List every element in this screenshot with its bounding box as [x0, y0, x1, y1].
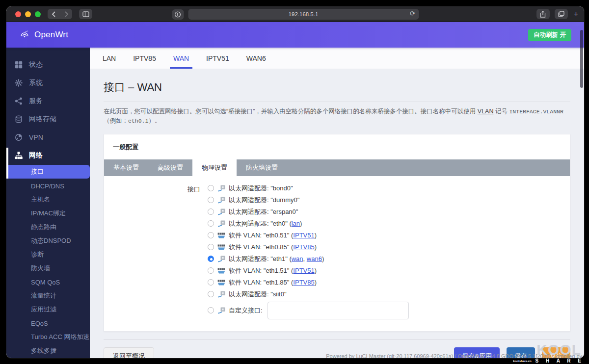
vlan-icon — [217, 232, 225, 239]
sidebar-item-状态[interactable]: 状态 — [6, 55, 90, 74]
description-text: 记号 — [493, 108, 509, 115]
interface-field-label: 接口 — [104, 184, 200, 319]
sidebar-icon — [82, 11, 89, 17]
sidebar-subitem-label: SQM QoS — [31, 279, 60, 286]
ethernet-icon — [217, 291, 225, 298]
sidebar-subitem-流量统计[interactable]: 流量统计 — [6, 289, 90, 303]
vlan-icon — [217, 267, 225, 274]
sidebar-item-网络[interactable]: 网络 — [6, 146, 90, 164]
sidebar-toggle-button[interactable] — [79, 9, 92, 19]
interface-option-radio[interactable] — [208, 244, 214, 250]
interface-option-radio[interactable] — [208, 256, 214, 262]
grid-icon — [15, 61, 23, 69]
sidebar-subitem-诊断[interactable]: 诊断 — [6, 248, 90, 261]
sidebar-subitem-防火墙[interactable]: 防火墙 — [6, 261, 90, 275]
tab-iptv85[interactable]: IPTV85 — [130, 48, 160, 69]
interface-option-row: 以太网适配器: "eth1" (wan, wan6) — [208, 255, 409, 263]
back-to-overview-button[interactable]: 返回至概况 — [104, 347, 154, 358]
tab-lan[interactable]: LAN — [99, 48, 119, 69]
sidebar-subitem-label: IP/MAC绑定 — [31, 209, 66, 218]
interface-option-radio[interactable] — [208, 185, 214, 191]
sidebar-item-系统[interactable]: 系统 — [6, 74, 90, 92]
interface-tabbar: LANIPTV85WANIPTV51WAN6 — [90, 48, 584, 69]
interface-option-radio[interactable] — [208, 220, 214, 227]
address-area: 192.168.5.1 ⟳ — [172, 9, 419, 20]
tab-wan6[interactable]: WAN6 — [243, 48, 269, 69]
settings-tab-高级设置[interactable]: 高级设置 — [148, 159, 192, 176]
interface-option-radio[interactable] — [208, 267, 214, 274]
close-window-button[interactable] — [15, 11, 21, 17]
sidebar-item-VPN[interactable]: VPN — [6, 128, 90, 146]
zoom-window-button[interactable] — [35, 11, 41, 17]
settings-tab-基本设置[interactable]: 基本设置 — [104, 159, 148, 176]
sidebar-subitem-Turbo ACC 网络加速[interactable]: Turbo ACC 网络加速 — [6, 330, 90, 344]
url-bar[interactable]: 192.168.5.1 ⟳ — [188, 9, 419, 20]
interface-option-radio[interactable] — [208, 291, 214, 297]
auto-refresh-toggle[interactable]: 自动刷新 开 — [528, 29, 571, 41]
sidebar-subitem-label: 应用过滤 — [31, 305, 56, 314]
interface-option-label: 软件 VLAN: "eth1.51" (IPTV51) — [229, 266, 317, 275]
sidebar-subitem-DHCP/DNS[interactable]: DHCP/DNS — [6, 179, 90, 193]
sidebar-item-label: 服务 — [29, 97, 43, 105]
interface-option-label: 以太网适配器: "siit0" — [229, 290, 287, 299]
sidebar-subitem-静态路由[interactable]: 静态路由 — [6, 220, 90, 234]
sidebar-subitem-label: DHCP/DNS — [31, 182, 64, 190]
interface-link-lan[interactable]: lan — [292, 220, 300, 227]
sidebar-item-网络存储[interactable]: 网络存储 — [6, 110, 90, 128]
physical-settings-form: 接口 以太网适配器: "bond0"以太网适配器: "dummy0"以太网适配器… — [104, 176, 570, 331]
interface-option-radio[interactable] — [208, 279, 214, 286]
page-scrollbar[interactable] — [580, 30, 583, 88]
settings-tab-防火墙设置[interactable]: 防火墙设置 — [237, 159, 287, 176]
ethernet-icon — [217, 197, 225, 204]
interface-option-radio[interactable] — [208, 197, 214, 203]
tab-wan[interactable]: WAN — [170, 48, 192, 69]
sidebar-subitem-EQoS[interactable]: EQoS — [6, 316, 90, 330]
interface-option-radio[interactable] — [208, 307, 214, 313]
sidebar-subitem-主机名[interactable]: 主机名 — [6, 193, 90, 207]
sidebar-subitem-label: 诊断 — [31, 250, 44, 259]
koolshare-watermark-strip: koolshare.cn S H A R E — [513, 358, 584, 364]
ethernet-icon — [217, 185, 225, 192]
interface-link-IPTV85[interactable]: IPTV85 — [293, 243, 314, 251]
back-button[interactable] — [48, 9, 60, 19]
interface-option-row: 以太网适配器: "dummy0" — [208, 196, 409, 205]
custom-interface-input[interactable] — [268, 302, 409, 319]
interface-option-radio[interactable] — [208, 232, 214, 238]
interface-link-wan[interactable]: wan — [292, 255, 303, 262]
extension-button[interactable] — [172, 9, 184, 20]
minimize-window-button[interactable] — [25, 11, 31, 17]
vlan-link[interactable]: VLAN — [478, 108, 494, 115]
interface-link-IPTV51[interactable]: IPTV51 — [293, 232, 314, 239]
tab-overview-button[interactable] — [555, 9, 568, 19]
url-text: 192.168.5.1 — [289, 11, 319, 17]
openwrt-logo-icon — [19, 29, 30, 40]
reload-icon[interactable]: ⟳ — [410, 10, 415, 17]
sidebar-subitem-IP/MAC绑定[interactable]: IP/MAC绑定 — [6, 207, 90, 220]
settings-tabbar: 基本设置高级设置物理设置防火墙设置 — [104, 159, 570, 176]
sidebar-subitem-多线多拨[interactable]: 多线多拨 — [6, 344, 90, 358]
interface-option-label: 以太网适配器: "dummy0" — [229, 196, 299, 205]
sidebar-subitem-SQM QoS[interactable]: SQM QoS — [6, 275, 90, 289]
sidebar-item-服务[interactable]: 服务 — [6, 92, 90, 110]
forward-button[interactable] — [60, 9, 72, 19]
settings-tab-物理设置[interactable]: 物理设置 — [192, 159, 237, 176]
sidebar-subitem-label: EQoS — [31, 320, 48, 327]
tab-iptv51[interactable]: IPTV51 — [203, 48, 233, 69]
new-tab-button[interactable]: + — [574, 10, 579, 19]
chevron-right-icon — [64, 11, 69, 17]
code-text: eth0.1 — [128, 118, 148, 124]
browser-window: 192.168.5.1 ⟳ + — [6, 6, 584, 358]
sidebar-subitem-动态DNSPOD[interactable]: 动态DNSPOD — [6, 234, 90, 248]
share-button[interactable] — [536, 9, 550, 19]
interface-link-IPTV85[interactable]: IPTV85 — [293, 279, 314, 286]
card-section-title: 一般配置 — [104, 134, 570, 159]
interface-option-radio[interactable] — [208, 208, 214, 215]
interface-option-label: 以太网适配器: "eth1" (wan, wan6) — [229, 255, 324, 263]
interface-link-IPTV51[interactable]: IPTV51 — [293, 267, 314, 274]
sidebar-subitem-应用过滤[interactable]: 应用过滤 — [6, 303, 90, 316]
sidebar-menu: 状态系统服务网络存储VPN网络接口DHCP/DNS主机名IP/MAC绑定静态路由… — [6, 48, 90, 358]
description-text: 在此页面，您可以配置网络接口。您可以勾选“桥接接口”，并输入由空格分隔的多个网络… — [104, 108, 478, 115]
interface-link-wan6[interactable]: wan6 — [307, 255, 322, 262]
sidebar-item-label: VPN — [29, 133, 43, 141]
sidebar-subitem-接口[interactable]: 接口 — [8, 165, 90, 179]
